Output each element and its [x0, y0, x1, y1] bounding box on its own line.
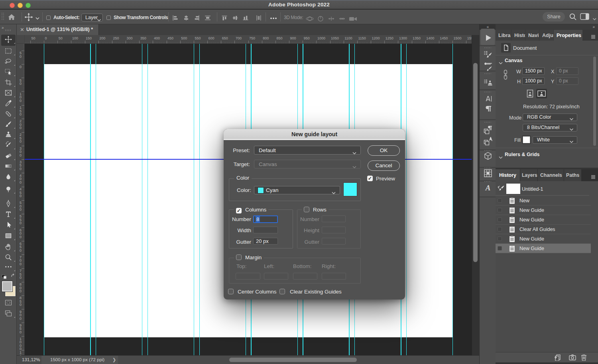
svg-text:A: A: [485, 184, 491, 192]
